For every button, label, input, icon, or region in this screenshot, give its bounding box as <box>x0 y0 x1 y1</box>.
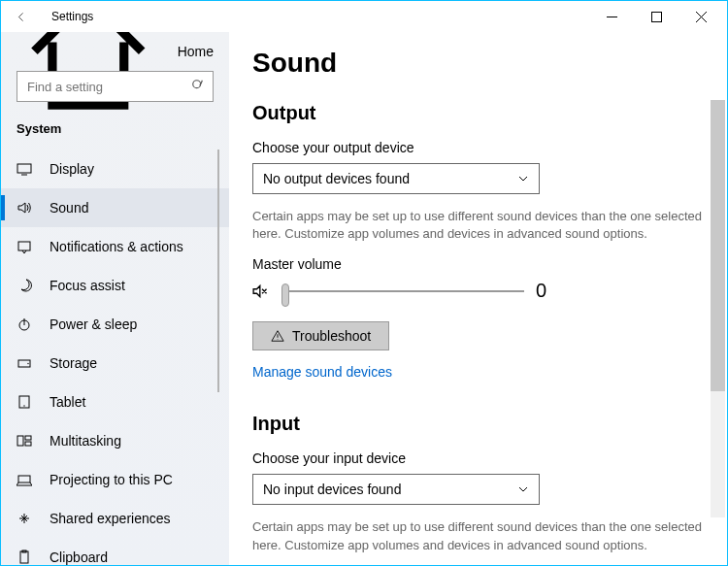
sound-icon <box>17 200 32 216</box>
sidebar-item-label: Display <box>50 161 94 177</box>
window-title: Settings <box>51 10 93 23</box>
sidebar-item-multitasking[interactable]: Multitasking <box>1 421 229 460</box>
output-troubleshoot-button[interactable]: Troubleshoot <box>252 321 389 350</box>
sidebar-item-sound[interactable]: Sound <box>1 188 229 227</box>
svg-rect-9 <box>17 436 23 446</box>
minimize-button[interactable] <box>589 1 634 32</box>
sidebar-scrollbar[interactable] <box>214 150 227 565</box>
tablet-icon <box>17 394 32 410</box>
nav-list[interactable]: Display Sound Notifications & actions Fo… <box>1 150 229 565</box>
master-volume-label: Master volume <box>252 256 711 272</box>
sidebar-item-label: Notifications & actions <box>50 239 183 254</box>
svg-rect-2 <box>17 164 31 173</box>
input-heading: Input <box>252 413 711 435</box>
sidebar-item-label: Tablet <box>50 394 85 410</box>
svg-point-6 <box>27 363 28 364</box>
output-device-value: No output devices found <box>263 171 410 186</box>
output-note: Certain apps may be set up to use differ… <box>252 208 711 243</box>
sidebar-item-storage[interactable]: Storage <box>1 344 229 383</box>
sidebar-item-label: Sound <box>50 200 88 216</box>
sidebar-item-power[interactable]: Power & sleep <box>1 305 229 344</box>
input-device-select[interactable]: No input devices found <box>252 474 540 505</box>
sidebar-item-tablet[interactable]: Tablet <box>1 383 229 421</box>
svg-point-8 <box>23 405 24 406</box>
svg-point-1 <box>193 81 201 88</box>
sidebar-item-label: Shared experiences <box>50 511 171 526</box>
power-icon <box>17 316 32 332</box>
chevron-down-icon <box>517 173 529 184</box>
home-button[interactable]: Home <box>1 32 229 71</box>
svg-rect-13 <box>20 551 28 563</box>
input-note: Certain apps may be set up to use differ… <box>252 518 711 553</box>
main-content: Sound Output Choose your output device N… <box>229 32 727 565</box>
sidebar-item-label: Multitasking <box>50 433 121 449</box>
main-scrollthumb[interactable] <box>711 100 725 391</box>
output-heading: Output <box>252 102 711 124</box>
volume-thumb[interactable] <box>281 283 289 307</box>
back-button[interactable] <box>5 1 36 32</box>
input-choose-label: Choose your input device <box>252 450 711 466</box>
output-device-select[interactable]: No output devices found <box>252 163 540 194</box>
sidebar-item-label: Clipboard <box>50 549 108 565</box>
multitasking-icon <box>17 433 32 449</box>
manage-output-link[interactable]: Manage sound devices <box>252 364 392 380</box>
svg-rect-10 <box>25 436 31 440</box>
projecting-icon <box>17 472 32 487</box>
search-icon <box>191 79 205 96</box>
svg-rect-0 <box>651 12 661 21</box>
chevron-down-icon <box>517 483 529 495</box>
notifications-icon <box>17 239 32 254</box>
sidebar-item-projecting[interactable]: Projecting to this PC <box>1 460 229 499</box>
svg-rect-3 <box>18 242 30 250</box>
main-scrollbar[interactable] <box>711 100 725 517</box>
sidebar-item-display[interactable]: Display <box>1 150 229 188</box>
sidebar-item-label: Storage <box>50 355 97 371</box>
sidebar-scrollthumb[interactable] <box>217 150 219 392</box>
search-input[interactable] <box>17 71 214 102</box>
close-button[interactable] <box>678 1 723 32</box>
svg-rect-12 <box>18 476 30 483</box>
category-label: System <box>1 114 229 150</box>
storage-icon <box>17 355 32 371</box>
home-label: Home <box>178 44 214 59</box>
output-choose-label: Choose your output device <box>252 140 711 155</box>
warning-icon <box>271 329 284 343</box>
display-icon <box>17 161 32 177</box>
sidebar-item-label: Power & sleep <box>50 316 137 332</box>
focus-icon <box>17 278 32 293</box>
clipboard-icon <box>17 549 32 565</box>
sidebar-item-shared[interactable]: Shared experiences <box>1 499 229 538</box>
svg-rect-11 <box>25 442 31 446</box>
speaker-muted-icon <box>252 282 270 301</box>
volume-value: 0 <box>536 280 711 302</box>
sidebar-item-label: Projecting to this PC <box>50 472 173 487</box>
troubleshoot-label: Troubleshoot <box>292 328 371 344</box>
maximize-button[interactable] <box>634 1 678 32</box>
volume-slider[interactable] <box>281 290 524 292</box>
titlebar: Settings <box>1 1 727 32</box>
sidebar: Home System Display Sound Notifications … <box>1 32 229 565</box>
page-title: Sound <box>252 48 711 79</box>
shared-icon <box>17 511 32 526</box>
sidebar-item-label: Focus assist <box>50 278 125 293</box>
input-device-value: No input devices found <box>263 482 401 497</box>
sidebar-item-focus[interactable]: Focus assist <box>1 266 229 305</box>
sidebar-item-notifications[interactable]: Notifications & actions <box>1 227 229 266</box>
sidebar-item-clipboard[interactable]: Clipboard <box>1 538 229 565</box>
